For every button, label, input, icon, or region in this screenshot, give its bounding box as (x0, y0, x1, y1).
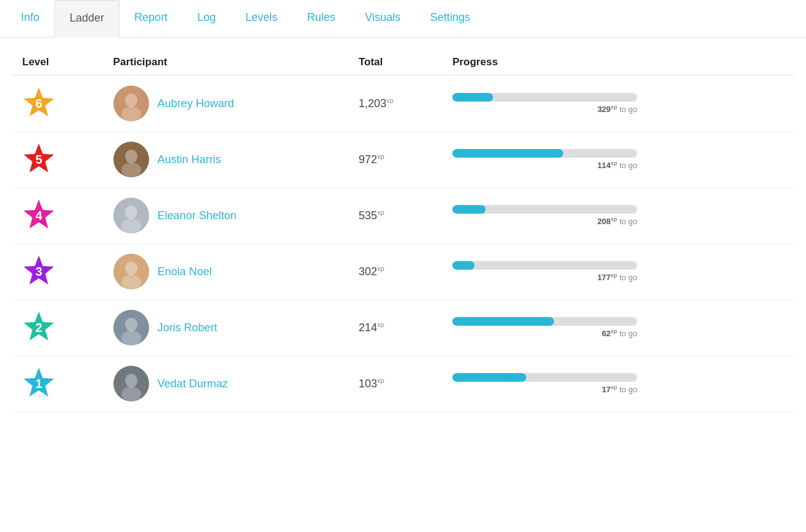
progress-bar-fill (452, 317, 554, 326)
star-badge: 4 (22, 199, 55, 232)
total-cell: 972xp (349, 132, 442, 188)
progress-cell: 177xp to go (442, 244, 794, 300)
level-number: 6 (35, 97, 42, 111)
table-header: Level Participant Total Progress (12, 50, 794, 75)
to-go-value: 114xp (597, 161, 617, 170)
svg-point-23 (125, 318, 137, 331)
tab-visuals[interactable]: Visuals (350, 0, 415, 38)
progress-bar-wrap (452, 93, 637, 102)
participant-name[interactable]: Enola Noel (158, 265, 212, 278)
participant-name[interactable]: Aubrey Howard (158, 97, 234, 110)
progress-label: 208xp to go (597, 216, 637, 226)
table-row: 4 Eleanor Shelton 535xp 208xp to go (12, 188, 794, 244)
participant-name[interactable]: Joris Robert (158, 321, 218, 334)
total-cell: 535xp (349, 188, 442, 244)
col-level: Level (12, 50, 104, 75)
ladder-content: Level Participant Total Progress 6 Aubre… (0, 50, 806, 412)
progress-label: 17xp to go (602, 384, 638, 394)
level-cell: 5 (12, 132, 104, 188)
progress-cell: 17xp to go (442, 356, 794, 412)
progress-bar-wrap (452, 149, 637, 158)
participant-name[interactable]: Eleanor Shelton (158, 209, 237, 222)
progress-bar-fill (452, 149, 563, 158)
svg-point-24 (121, 331, 141, 345)
level-number: 2 (35, 321, 42, 335)
progress-label: 114xp to go (597, 160, 637, 170)
total-cell: 214xp (349, 300, 442, 356)
table-row: 5 Austin Harris 972xp 114xp to go (12, 132, 794, 188)
tab-info[interactable]: Info (6, 0, 54, 38)
participant-name[interactable]: Vedat Durmaz (158, 377, 228, 390)
svg-point-3 (125, 94, 137, 107)
tab-log[interactable]: Log (182, 0, 230, 38)
participant-cell[interactable]: Enola Noel (104, 244, 349, 300)
table-row: 2 Joris Robert 214xp 62xp to go (12, 300, 794, 356)
progress-container: 114xp to go (452, 149, 637, 170)
xp-value: 214xp (359, 321, 385, 334)
to-go-value: 329xp (597, 105, 617, 114)
xp-value: 302xp (359, 265, 385, 278)
ladder-body: 6 Aubrey Howard 1,203xp 329xp to go 5 Au… (12, 75, 794, 412)
svg-point-14 (121, 219, 141, 233)
svg-point-29 (121, 387, 141, 401)
tab-rules[interactable]: Rules (292, 0, 350, 38)
level-number: 1 (35, 377, 42, 391)
col-progress: Progress (442, 50, 794, 75)
total-cell: 302xp (349, 244, 442, 300)
progress-container: 329xp to go (452, 93, 637, 114)
progress-bar-fill (452, 261, 474, 270)
total-cell: 103xp (349, 356, 442, 412)
ladder-table: Level Participant Total Progress 6 Aubre… (12, 50, 794, 412)
avatar (113, 310, 149, 345)
progress-cell: 329xp to go (442, 75, 794, 132)
progress-container: 62xp to go (452, 317, 637, 338)
progress-label: 62xp to go (602, 328, 638, 338)
avatar (113, 366, 149, 401)
participant-name[interactable]: Austin Harris (158, 153, 221, 166)
xp-value: 972xp (359, 153, 385, 166)
tab-ladder[interactable]: Ladder (54, 0, 120, 38)
svg-point-9 (121, 163, 141, 177)
avatar (113, 254, 149, 289)
table-row: 1 Vedat Durmaz 103xp 17xp to go (12, 356, 794, 412)
tab-nav: InfoLadderReportLogLevelsRulesVisualsSet… (0, 0, 806, 38)
avatar (113, 198, 149, 233)
star-badge: 3 (22, 255, 55, 288)
svg-point-4 (121, 107, 141, 121)
progress-cell: 114xp to go (442, 132, 794, 188)
progress-label: 177xp to go (597, 272, 637, 282)
tabs-container: InfoLadderReportLogLevelsRulesVisualsSet… (0, 0, 806, 38)
progress-bar-wrap (452, 317, 637, 326)
star-badge: 2 (22, 311, 55, 344)
progress-bar-fill (452, 373, 526, 382)
tab-settings[interactable]: Settings (415, 0, 485, 38)
tab-report[interactable]: Report (120, 0, 182, 38)
level-number: 3 (35, 265, 42, 279)
star-badge: 5 (22, 143, 55, 176)
participant-cell[interactable]: Joris Robert (104, 300, 349, 356)
total-cell: 1,203xp (349, 75, 442, 132)
svg-point-28 (125, 374, 137, 387)
table-row: 6 Aubrey Howard 1,203xp 329xp to go (12, 75, 794, 132)
tab-levels[interactable]: Levels (230, 0, 292, 38)
level-cell: 3 (12, 244, 104, 300)
progress-cell: 208xp to go (442, 188, 794, 244)
level-cell: 2 (12, 300, 104, 356)
participant-cell[interactable]: Eleanor Shelton (104, 188, 349, 244)
level-cell: 6 (12, 75, 104, 132)
xp-value: 1,203xp (359, 97, 394, 110)
progress-container: 177xp to go (452, 261, 637, 282)
participant-cell[interactable]: Austin Harris (104, 132, 349, 188)
svg-point-8 (125, 150, 137, 163)
progress-bar-wrap (452, 205, 637, 214)
participant-cell[interactable]: Vedat Durmaz (104, 356, 349, 412)
to-go-value: 208xp (597, 217, 617, 226)
svg-point-18 (125, 262, 137, 275)
to-go-value: 177xp (597, 273, 617, 282)
level-number: 5 (35, 153, 42, 167)
star-badge: 1 (22, 367, 55, 400)
level-cell: 1 (12, 356, 104, 412)
participant-cell[interactable]: Aubrey Howard (104, 75, 349, 132)
progress-container: 208xp to go (452, 205, 637, 226)
xp-value: 103xp (359, 377, 385, 390)
